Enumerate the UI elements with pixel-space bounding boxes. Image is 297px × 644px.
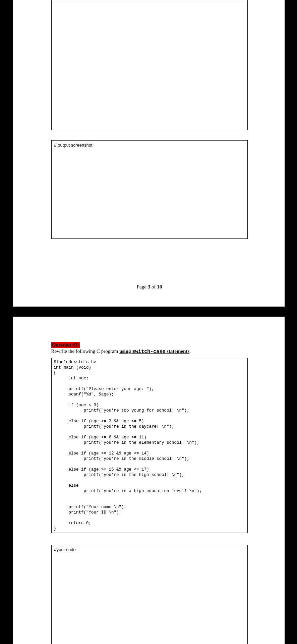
- instructions-pre: Rewrite the following C program: [51, 348, 120, 354]
- empty-code-box: [51, 0, 248, 130]
- output-screenshot-box: // output screenshot: [51, 140, 248, 239]
- question-label: Question #3:: [51, 342, 80, 348]
- page-footer: Page 3 of 10: [51, 284, 248, 290]
- footer-prefix: Page: [137, 284, 148, 289]
- footer-total: 10: [157, 284, 162, 289]
- output-label: // output screenshot: [54, 143, 93, 148]
- instructions-code: switch-case: [132, 349, 165, 355]
- instructions-underline-post: statements: [165, 348, 189, 354]
- footer-mid: of: [150, 284, 157, 289]
- your-code-box: //your code: [51, 545, 248, 644]
- instructions-underline-pre: using: [119, 348, 132, 354]
- page-4: Question #3: Rewrite the following C pro…: [13, 317, 285, 644]
- instructions-end: .: [189, 348, 191, 354]
- page-3: // output screenshot Page 3 of 10: [13, 0, 285, 307]
- code-listing: #include<stdio.h> int main (void) { int …: [51, 358, 248, 533]
- your-code-label: //your code: [54, 547, 76, 552]
- question-instructions: Rewrite the following C program using sw…: [51, 348, 248, 355]
